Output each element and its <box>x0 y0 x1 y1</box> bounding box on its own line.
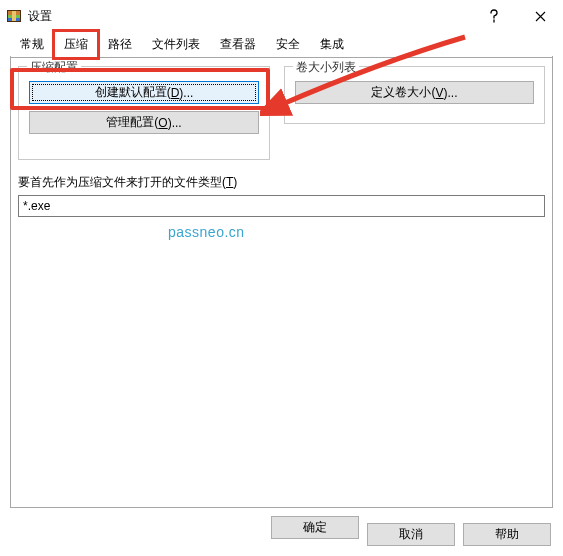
help-button-bottom[interactable]: 帮助 <box>463 523 551 546</box>
manage-profiles-button[interactable]: 管理配置(O)... <box>29 111 259 134</box>
define-volume-size-button[interactable]: 定义卷大小(V)... <box>295 81 534 104</box>
watermark-text: passneo.cn <box>168 224 245 240</box>
ok-button[interactable]: 确定 <box>271 516 359 539</box>
filetype-input[interactable] <box>18 195 545 217</box>
dialog-buttons: 确定 取消 帮助 <box>271 516 551 546</box>
group-title-volume: 卷大小列表 <box>293 59 359 76</box>
tab-compression[interactable]: 压缩 <box>54 31 98 58</box>
tab-filelist[interactable]: 文件列表 <box>142 31 210 58</box>
cancel-button[interactable]: 取消 <box>367 523 455 546</box>
filetype-label: 要首先作为压缩文件来打开的文件类型(T) <box>18 174 545 191</box>
help-button[interactable] <box>471 1 517 31</box>
content-area: 压缩配置 创建默认配置(D)... 管理配置(O)... 卷大小列表 定义卷大小… <box>0 58 563 217</box>
tab-security[interactable]: 安全 <box>266 31 310 58</box>
titlebar: 设置 <box>0 0 563 32</box>
tab-general[interactable]: 常规 <box>10 31 54 58</box>
window-title: 设置 <box>28 8 471 25</box>
group-title-compress: 压缩配置 <box>27 59 81 76</box>
tab-viewer[interactable]: 查看器 <box>210 31 266 58</box>
app-icon <box>6 8 22 24</box>
group-volume-size: 卷大小列表 定义卷大小(V)... <box>284 66 545 124</box>
tab-strip: 常规 压缩 路径 文件列表 查看器 安全 集成 <box>0 32 563 58</box>
close-button[interactable] <box>517 1 563 31</box>
create-default-profile-button[interactable]: 创建默认配置(D)... <box>29 81 259 104</box>
tab-integration[interactable]: 集成 <box>310 31 354 58</box>
group-compression-profiles: 压缩配置 创建默认配置(D)... 管理配置(O)... <box>18 66 270 160</box>
svg-rect-4 <box>12 11 16 21</box>
tab-paths[interactable]: 路径 <box>98 31 142 58</box>
